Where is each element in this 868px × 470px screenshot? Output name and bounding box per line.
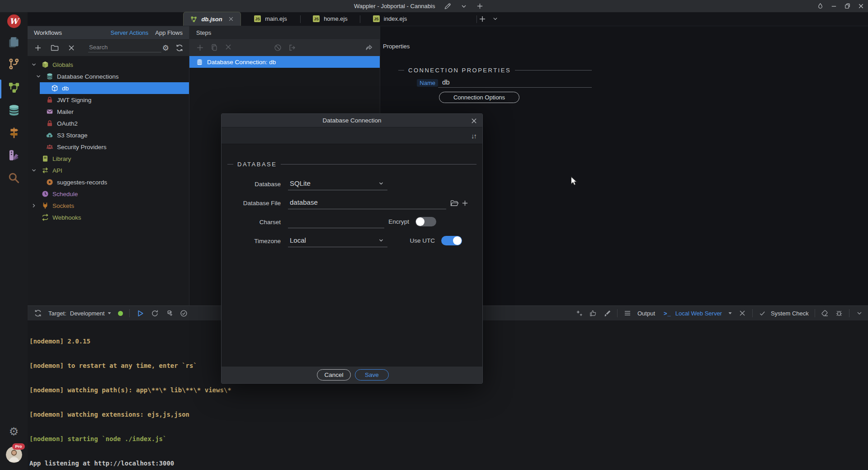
tab-index-ejs[interactable]: JS index.ejs	[360, 12, 420, 26]
encrypt-toggle[interactable]	[415, 217, 436, 226]
tab-app-flows[interactable]: App Flows	[155, 29, 183, 36]
copy-step-icon[interactable]	[211, 44, 219, 52]
search-input[interactable]: Search	[88, 43, 161, 52]
browse-folder-icon[interactable]	[450, 200, 459, 207]
server-select[interactable]: Local Web Server	[675, 310, 722, 317]
delete-icon[interactable]	[67, 44, 75, 52]
cancel-button[interactable]: Cancel	[317, 369, 351, 381]
database-file-label: Database File	[224, 200, 281, 209]
tree-item-schedule[interactable]: Schedule	[28, 188, 189, 200]
new-project-icon[interactable]	[476, 2, 484, 10]
collapse-panel-chevron-icon[interactable]	[855, 309, 863, 317]
save-button[interactable]: Save	[355, 369, 389, 381]
name-label[interactable]: Name	[417, 79, 438, 87]
extract-step-icon[interactable]	[288, 44, 297, 52]
close-dialog-icon[interactable]	[471, 114, 477, 127]
routes-icon[interactable]	[0, 127, 28, 139]
tree-item-security-providers[interactable]: Security Providers	[28, 141, 189, 153]
tree-item-mailer[interactable]: Mailer	[28, 106, 189, 118]
output-label[interactable]: Output	[637, 310, 655, 317]
tab-main-ejs[interactable]: JS main.ejs	[241, 12, 300, 26]
output-menu-icon[interactable]	[623, 309, 632, 317]
deploy-hammer-icon[interactable]	[165, 309, 173, 317]
thumbs-up-icon[interactable]	[589, 309, 597, 317]
steps-toolbar	[189, 40, 380, 56]
new-file-icon[interactable]	[462, 200, 468, 207]
restore-icon[interactable]	[844, 2, 851, 10]
connection-options-button[interactable]: Connection Options	[439, 92, 519, 103]
charset-input[interactable]	[288, 216, 384, 228]
close-tab-icon[interactable]	[228, 16, 234, 22]
system-check-label[interactable]: System Check	[771, 310, 809, 317]
share-step-icon[interactable]	[365, 44, 373, 52]
target-select[interactable]: Development	[70, 310, 105, 317]
tree-item-oauth2[interactable]: OAuth2	[28, 118, 189, 129]
databases-icon[interactable]	[0, 104, 28, 117]
toolbar-divider	[129, 309, 130, 317]
refresh-icon[interactable]	[175, 44, 184, 52]
settings-gear-icon[interactable]: ⚙	[0, 426, 28, 437]
close-window-icon[interactable]	[857, 2, 865, 10]
target-chevron-icon[interactable]	[107, 311, 112, 315]
play-button[interactable]	[136, 309, 144, 317]
dialog-titlebar[interactable]: Database Connection	[222, 114, 482, 127]
tree-item-globals[interactable]: Globals	[28, 59, 189, 70]
use-utc-toggle[interactable]	[441, 236, 462, 245]
git-icon[interactable]	[0, 58, 28, 70]
edit-project-icon[interactable]	[443, 2, 451, 10]
brush-icon[interactable]	[603, 309, 611, 317]
tree-item-sockets[interactable]: Sockets	[28, 200, 189, 212]
tab-list-chevron-icon[interactable]	[492, 16, 498, 22]
close-output-icon[interactable]	[738, 309, 746, 317]
minimize-icon[interactable]	[830, 2, 838, 10]
database-select[interactable]: SQLite	[288, 178, 387, 190]
chevron-down-icon[interactable]	[35, 74, 46, 79]
chevron-right-icon[interactable]	[30, 203, 42, 208]
sparkles-icon[interactable]	[575, 309, 583, 317]
timezone-select[interactable]: Local	[288, 235, 387, 247]
tree-item-db[interactable]: db	[40, 82, 189, 94]
add-step-icon[interactable]	[196, 44, 204, 52]
step-database-connection[interactable]: Database Connection: db	[189, 56, 380, 68]
project-chevron-down-icon[interactable]	[460, 2, 467, 10]
eraser-icon[interactable]	[821, 309, 829, 317]
database-file-input[interactable]: database	[288, 197, 446, 209]
name-input[interactable]: db	[438, 78, 592, 88]
theme-drop-icon[interactable]	[816, 2, 824, 10]
restart-icon[interactable]	[151, 309, 159, 317]
delete-step-icon[interactable]	[225, 44, 233, 52]
add-folder-icon[interactable]	[51, 44, 59, 52]
activity-rail: W ⚙ Pro	[0, 12, 28, 470]
database-icon	[46, 73, 53, 80]
timezone-label: Timezone	[224, 238, 281, 247]
add-action-icon[interactable]	[34, 44, 42, 52]
validate-check-icon[interactable]	[179, 309, 188, 317]
bug-icon[interactable]	[835, 309, 843, 317]
search-icon[interactable]	[0, 172, 28, 184]
tree-item-s3-storage[interactable]: S3 Storage	[28, 129, 189, 141]
tree-item-suggestes-records[interactable]: suggestes-records	[28, 176, 189, 188]
design-icon[interactable]	[0, 149, 28, 161]
chevron-down-icon[interactable]	[30, 168, 42, 173]
user-avatar[interactable]: Pro	[0, 446, 28, 463]
panel-settings-icon[interactable]: ⚙	[162, 44, 169, 52]
tab-server-actions[interactable]: Server Actions	[110, 29, 148, 36]
chevron-down-icon[interactable]	[30, 62, 42, 67]
new-tab-button[interactable]	[479, 15, 486, 23]
files-icon[interactable]	[0, 36, 28, 48]
tree-item-database-connections[interactable]: Database Connections	[28, 70, 189, 82]
tab-home-ejs[interactable]: JS home.ejs	[301, 12, 360, 26]
tree-item-library[interactable]: Library	[28, 153, 189, 164]
workflows-icon[interactable]	[0, 81, 28, 94]
wappler-logo[interactable]: W	[0, 14, 28, 28]
tree-item-api[interactable]: API	[28, 164, 189, 176]
disable-step-icon[interactable]	[274, 44, 282, 52]
tab-db-json[interactable]: db.json	[183, 12, 241, 26]
dialog-footer: Cancel Save	[222, 366, 482, 383]
tree-item-label: Library	[52, 155, 71, 162]
sort-icon[interactable]: ↓↑	[471, 127, 476, 144]
refresh-target-icon[interactable]	[34, 309, 42, 317]
server-chevron-icon[interactable]	[728, 311, 732, 315]
tree-item-webhooks[interactable]: Webhooks	[28, 212, 189, 223]
tree-item-jwt-signing[interactable]: JWT Signing	[28, 94, 189, 106]
